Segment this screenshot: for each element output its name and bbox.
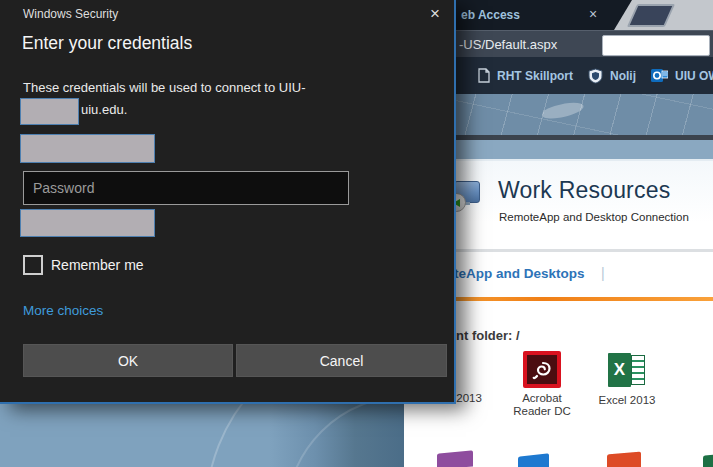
windows-security-dialog: Windows Security × Enter your credential… xyxy=(0,0,456,404)
lync-icon[interactable] xyxy=(518,453,549,467)
dialog-title: Windows Security xyxy=(23,7,118,21)
password-field[interactable] xyxy=(23,171,349,205)
outlook-icon xyxy=(651,68,668,83)
site-title: Work Resources xyxy=(498,177,670,204)
search-box[interactable] xyxy=(602,35,710,56)
page-icon xyxy=(478,68,490,83)
tab-bar-corner xyxy=(614,0,713,30)
bookmark-rht-skillport[interactable]: RHT Skillport xyxy=(497,69,573,83)
excel-icon: X xyxy=(608,353,646,387)
remember-me-label: Remember me xyxy=(51,257,144,273)
app-label: Excel 2013 xyxy=(581,394,673,407)
dialog-message-line1: These credentials will be used to connec… xyxy=(23,80,306,95)
screen: eb Access × -US/Default.aspx RHT Skillpo… xyxy=(0,0,713,467)
browser-tab[interactable]: eb Access xyxy=(461,8,520,22)
app-label: Acrobat Reader DC xyxy=(509,392,575,418)
url-text[interactable]: -US/Default.aspx xyxy=(459,37,557,52)
powerpoint-icon[interactable] xyxy=(607,452,641,467)
shield-icon xyxy=(588,68,603,84)
new-tab-button[interactable] xyxy=(627,4,675,27)
dialog-message-line2: uiu.edu. xyxy=(81,102,127,117)
project-icon[interactable] xyxy=(703,454,713,467)
current-folder-label: nt folder: / xyxy=(456,328,520,343)
remember-me-checkbox[interactable] xyxy=(23,255,43,275)
site-subtitle: RemoteApp and Desktop Connection xyxy=(499,211,689,223)
redacted-domain-field[interactable] xyxy=(20,209,155,237)
bookmark-nolij[interactable]: Nolij xyxy=(610,69,636,83)
cancel-button[interactable]: Cancel xyxy=(236,344,447,377)
app-explorer[interactable]: explo xyxy=(662,351,713,408)
dialog-heading: Enter your credentials xyxy=(22,33,192,54)
acrobat-icon xyxy=(523,351,561,388)
app-excel[interactable]: X Excel 2013 xyxy=(581,351,673,407)
tab-close-icon[interactable]: × xyxy=(589,6,597,22)
close-icon[interactable]: × xyxy=(430,4,440,24)
redacted-server-name xyxy=(20,98,79,125)
nav-separator: | xyxy=(601,265,605,281)
more-choices-link[interactable]: More choices xyxy=(23,303,103,318)
infopath-icon[interactable] xyxy=(437,450,473,467)
nav-remoteapp-desktops[interactable]: teApp and Desktops xyxy=(454,266,585,281)
bookmark-uiu-owa[interactable]: UIU OW xyxy=(675,69,713,83)
redacted-username-field[interactable] xyxy=(20,134,155,163)
ok-button[interactable]: OK xyxy=(23,344,233,377)
app-acrobat[interactable]: Acrobat Reader DC xyxy=(496,351,588,418)
